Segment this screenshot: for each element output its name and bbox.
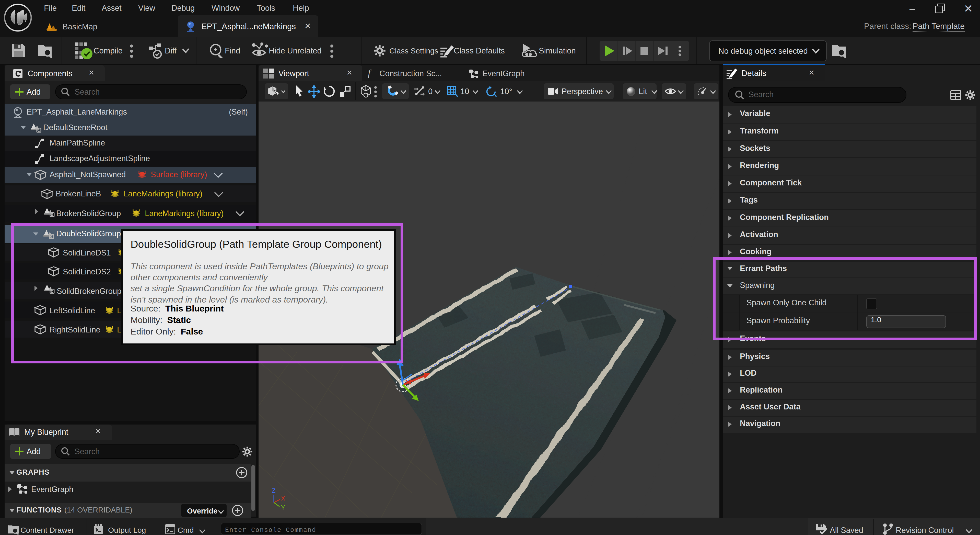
svg-text:Z: Z bbox=[272, 487, 276, 494]
svg-text:X: X bbox=[281, 495, 285, 502]
svg-text:Y: Y bbox=[281, 504, 285, 511]
